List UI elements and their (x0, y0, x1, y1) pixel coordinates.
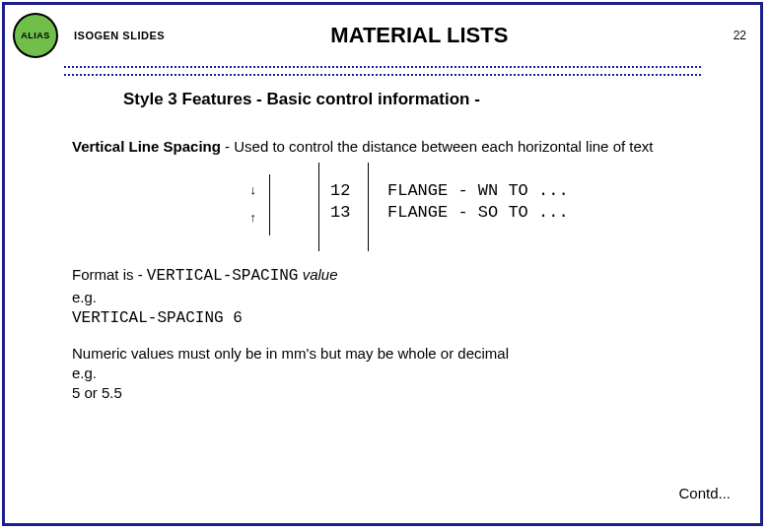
note-line2: e.g. (72, 365, 97, 381)
arrow-down-icon: ↓ (249, 184, 257, 197)
diagram-text-1: FLANGE - WN TO ... (387, 180, 569, 203)
format-arg: value (298, 266, 337, 283)
lead-rest: - Used to control the distance between e… (221, 138, 654, 155)
format-label: Format is - (72, 266, 147, 283)
diagram-text-2: FLANGE - SO TO ... (387, 202, 569, 225)
format-eg: e.g. (72, 289, 97, 305)
lead-term: Vertical Line Spacing (72, 138, 221, 155)
diagram-vline-2 (318, 163, 319, 251)
note-line1: Numeric values must only be in mm's but … (72, 345, 509, 362)
diagram-num-1: 12 (330, 180, 350, 203)
format-keyword: VERTICAL-SPACING (147, 267, 299, 285)
note-block: Numeric values must only be in mm's but … (72, 344, 711, 404)
alias-logo: ALIAS (13, 13, 58, 58)
continued-label: Contd... (678, 485, 731, 501)
format-example: VERTICAL-SPACING 6 (72, 309, 243, 327)
arrow-up-icon: ↑ (249, 212, 257, 225)
spacing-diagram: ↓ ↑ 12 FLANGE - WN TO ... 13 FLANGE - SO… (240, 163, 711, 251)
diagram-vline-3 (368, 163, 369, 251)
diagram-num-2: 13 (330, 202, 350, 225)
note-line3: 5 or 5.5 (72, 384, 122, 401)
page-number: 22 (734, 29, 746, 42)
diagram-vline-1 (269, 174, 270, 235)
slide-body: Vertical Line Spacing - Used to control … (5, 109, 760, 403)
slide-subtitle: Style 3 Features - Basic control informa… (123, 90, 760, 109)
logo-text: ALIAS (21, 31, 50, 40)
page-title: MATERIAL LISTS (105, 23, 734, 48)
slide-header: ALIAS ISOGEN SLIDES MATERIAL LISTS 22 (5, 5, 760, 66)
divider-dotted (64, 66, 701, 76)
slide-frame: ALIAS ISOGEN SLIDES MATERIAL LISTS 22 St… (2, 2, 763, 526)
lead-paragraph: Vertical Line Spacing - Used to control … (72, 137, 711, 157)
format-block: Format is - VERTICAL-SPACING value e.g. … (72, 265, 711, 329)
